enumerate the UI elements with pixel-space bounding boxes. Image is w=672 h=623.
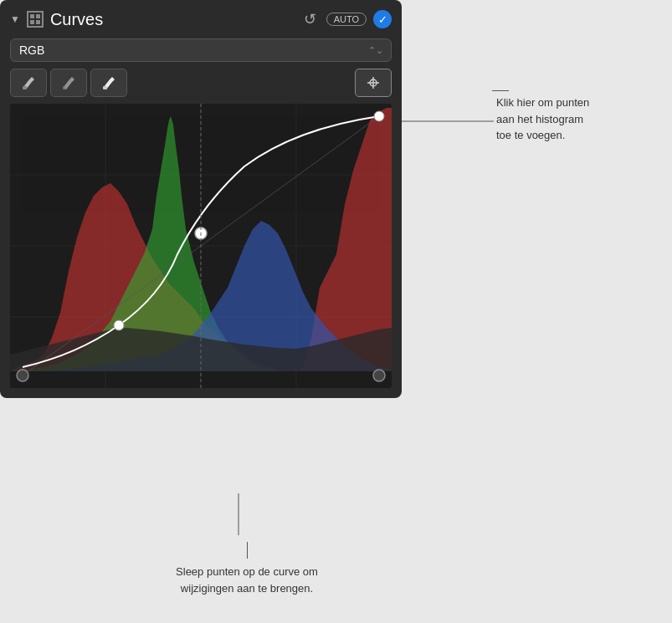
svg-rect-3 <box>23 86 27 89</box>
svg-point-17 <box>114 320 124 330</box>
svg-point-19 <box>374 111 384 121</box>
confirm-button[interactable]: ✓ <box>373 10 392 28</box>
curves-panel: ▼ Curves ↺ AUTO ✓ RGB Red Green Blue Lum… <box>0 0 402 398</box>
svg-point-22 <box>373 370 385 381</box>
undo-button[interactable]: ↺ <box>300 8 320 30</box>
annotation-bottom: Sleep punten op de curve omwijzigingen a… <box>134 542 360 596</box>
curve-histogram-area[interactable] <box>10 104 392 388</box>
panel-header: ▼ Curves ↺ AUTO ✓ <box>10 8 392 30</box>
collapse-arrow-icon[interactable]: ▼ <box>10 13 20 25</box>
white-point-eyedropper-button[interactable] <box>90 69 127 97</box>
svg-rect-4 <box>63 86 67 89</box>
auto-button[interactable]: AUTO <box>326 13 367 26</box>
annotation-right: Klik hier om puntenaan het histogramtoe … <box>492 90 672 144</box>
annotation-bottom-text: Sleep punten op de curve omwijzigingen a… <box>134 564 360 596</box>
channel-select[interactable]: RGB Red Green Blue Luminance <box>10 38 392 62</box>
panel-grid-icon <box>27 11 44 28</box>
svg-point-21 <box>17 370 28 381</box>
svg-rect-5 <box>103 86 107 89</box>
tools-row <box>10 69 392 97</box>
add-point-crosshair-button[interactable] <box>355 69 392 97</box>
black-point-eyedropper-button[interactable] <box>10 69 47 97</box>
channel-select-wrapper: RGB Red Green Blue Luminance <box>10 38 392 62</box>
annotation-right-text: Klik hier om puntenaan het histogramtoe … <box>496 94 672 144</box>
midtone-eyedropper-button[interactable] <box>50 69 87 97</box>
channel-selector-row: RGB Red Green Blue Luminance <box>10 38 392 62</box>
panel-title: Curves <box>50 10 294 29</box>
